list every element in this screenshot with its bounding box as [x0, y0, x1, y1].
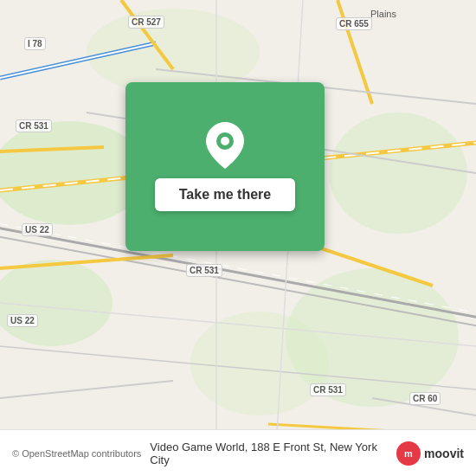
plains-label: Plains [370, 9, 396, 19]
moovit-icon: m [396, 441, 421, 466]
moovit-logo: m moovit [396, 441, 464, 466]
road-label-cr60: CR 60 [409, 392, 441, 405]
map-pin [206, 123, 244, 168]
road-label-us22-bot: US 22 [7, 314, 38, 327]
road-label-cr531-mid: CR 531 [186, 264, 222, 277]
road-label-cr531-left: CR 531 [16, 119, 52, 132]
take-me-there-button[interactable]: Take me there [155, 178, 295, 211]
copyright-text: © OpenStreetMap contributors [12, 448, 141, 459]
road-label-cr531-bot: CR 531 [310, 383, 346, 396]
svg-text:m: m [404, 448, 413, 459]
road-label-cr527: CR 527 [128, 16, 164, 29]
svg-point-3 [329, 113, 467, 234]
address-text: Video Game World, 188 E Front St, New Yo… [150, 441, 388, 466]
moovit-text: moovit [424, 447, 464, 460]
map-container: I 78 CR 527 US 22 CR 655 CR 531 US 22 CR… [0, 0, 476, 476]
road-label-i78: I 78 [24, 37, 46, 50]
road-label-us22-mid: US 22 [22, 223, 53, 236]
location-popup: Take me there [125, 82, 325, 251]
road-label-cr655: CR 655 [336, 17, 372, 30]
bottom-bar: © OpenStreetMap contributors Video Game … [0, 429, 476, 476]
svg-point-29 [221, 137, 229, 145]
